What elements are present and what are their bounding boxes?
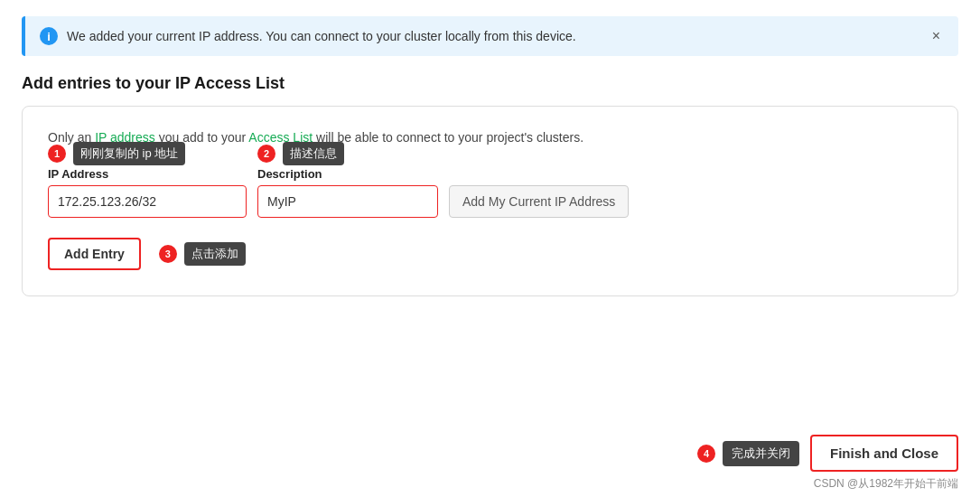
info-icon: i [40,27,58,45]
add-entry-button[interactable]: Add Entry [48,238,141,270]
bottom-bar: 4 完成并关闭 Finish and Close [697,435,958,472]
annotation-1: 1 刚刚复制的 ip 地址 [48,142,185,165]
banner-message: We added your current IP address. You ca… [67,29,919,43]
ann3-tooltip: 点击添加 [184,242,246,266]
badge-1: 1 [48,145,66,163]
desc-input[interactable] [257,185,438,218]
ip-label: IP Address [48,167,247,181]
info-banner: i We added your current IP address. You … [22,16,958,56]
badge-2: 2 [257,145,275,163]
ann2-tooltip: 描述信息 [283,142,344,165]
add-current-ip-button[interactable]: Add My Current IP Address [449,185,629,218]
page-title: Add entries to your IP Access List [22,74,958,93]
ip-address-group: 1 刚刚复制的 ip 地址 IP Address [48,167,247,218]
description-group: 2 描述信息 Description [257,167,438,218]
csdn-footer: CSDN @从1982年开始干前端 [814,476,958,492]
add-entry-row: Add Entry 3 点击添加 [48,238,932,270]
ann4-tooltip: 完成并关闭 [723,441,799,466]
finish-close-button[interactable]: Finish and Close [810,435,958,472]
annotation-2: 2 描述信息 [257,142,344,165]
badge-3: 3 [159,245,177,263]
ip-input[interactable] [48,185,247,218]
annotation-4: 4 完成并关闭 [697,441,799,466]
form-row: 1 刚刚复制的 ip 地址 IP Address 2 描述信息 Descript… [48,167,932,218]
annotation-3: 3 点击添加 [159,242,246,266]
desc-label: Description [257,167,438,181]
main-card: Only an IP address you add to your Acces… [22,106,958,296]
ann1-tooltip: 刚刚复制的 ip 地址 [73,142,185,165]
banner-close-button[interactable]: × [929,28,944,44]
badge-4: 4 [697,445,715,463]
